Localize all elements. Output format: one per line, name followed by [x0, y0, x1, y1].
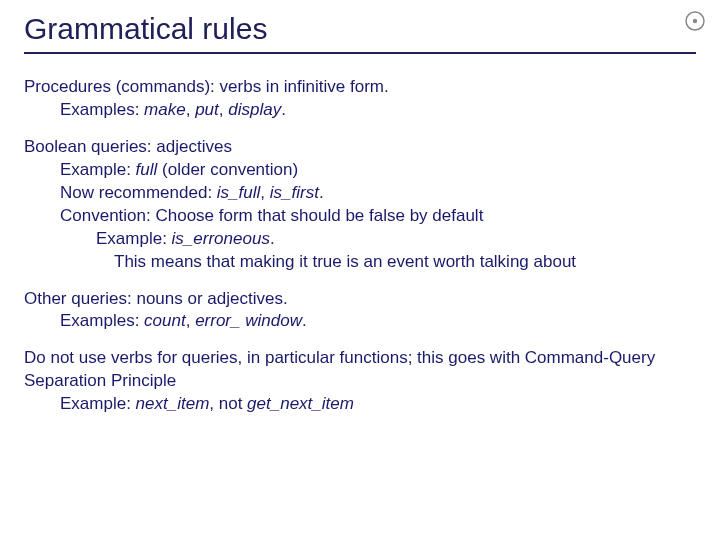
slide-body: Procedures (commands): verbs in infiniti…: [24, 76, 696, 416]
text: ,: [186, 100, 195, 119]
text: .: [270, 229, 275, 248]
svg-point-1: [693, 19, 697, 23]
text-line: Now recommended: is_full, is_first.: [60, 182, 696, 205]
slide-title: Grammatical rules: [24, 12, 696, 54]
text: Examples:: [60, 100, 144, 119]
paragraph-procedures: Procedures (commands): verbs in infiniti…: [24, 76, 696, 122]
text-line: Convention: Choose form that should be f…: [60, 205, 696, 228]
text-line: Example: full (older convention): [60, 159, 696, 182]
text-line: Examples: count, error_ window.: [60, 310, 696, 333]
text: .: [281, 100, 286, 119]
paragraph-boolean: Boolean queries: adjectives Example: ful…: [24, 136, 696, 274]
paragraph-no-verbs: Do not use verbs for queries, in particu…: [24, 347, 696, 416]
text-line: Example: next_item, not get_next_item: [60, 393, 696, 416]
text: , not: [209, 394, 247, 413]
text: .: [302, 311, 307, 330]
text: ,: [186, 311, 195, 330]
text: Examples:: [60, 311, 144, 330]
keyword-is-first: is_first: [270, 183, 319, 202]
keyword-is-erroneous: is_erroneous: [172, 229, 270, 248]
paragraph-other-queries: Other queries: nouns or adjectives. Exam…: [24, 288, 696, 334]
text: Example:: [96, 229, 172, 248]
text-line: Boolean queries: adjectives: [24, 136, 696, 159]
text: Example:: [60, 160, 136, 179]
text-line: This means that making it true is an eve…: [42, 251, 696, 274]
keyword-is-full: is_full: [217, 183, 260, 202]
text: Example:: [60, 394, 136, 413]
text: This means that making it true is an eve…: [60, 252, 576, 271]
keyword-full: full: [136, 160, 158, 179]
keyword-make: make: [144, 100, 186, 119]
keyword-get-next-item: get_next_item: [247, 394, 354, 413]
text-line: Other queries: nouns or adjectives.: [24, 288, 696, 311]
text: ,: [260, 183, 269, 202]
text: .: [319, 183, 324, 202]
text-line: Example: is_erroneous.: [96, 228, 696, 251]
keyword-display: display: [228, 100, 281, 119]
text-line: Examples: make, put, display.: [60, 99, 696, 122]
keyword-put: put: [195, 100, 219, 119]
text: Now recommended:: [60, 183, 217, 202]
text-line: Procedures (commands): verbs in infiniti…: [24, 76, 696, 99]
text: ,: [219, 100, 228, 119]
keyword-error-window: error_ window: [195, 311, 302, 330]
keyword-next-item: next_item: [136, 394, 210, 413]
keyword-count: count: [144, 311, 186, 330]
text: (older convention): [157, 160, 298, 179]
corner-logo-icon: [684, 10, 706, 32]
text-line: Do not use verbs for queries, in particu…: [24, 347, 696, 393]
